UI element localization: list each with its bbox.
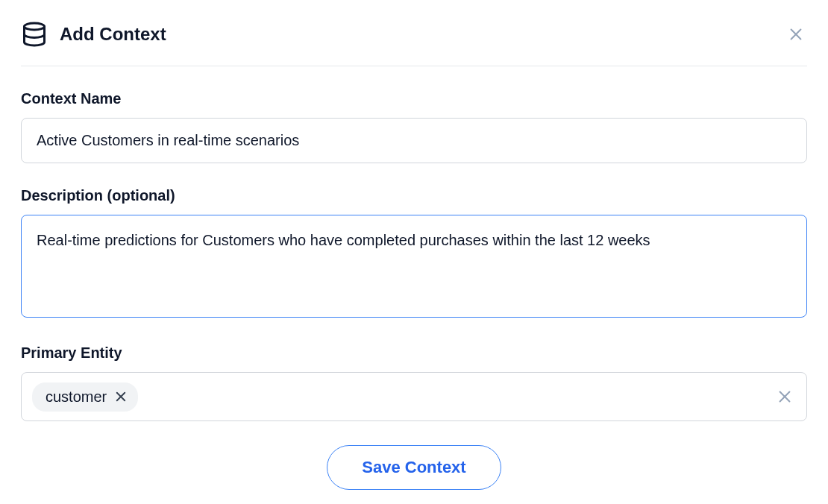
- entity-chip-label: customer: [46, 388, 107, 406]
- header-left: Add Context: [21, 21, 166, 48]
- modal-title: Add Context: [60, 24, 166, 45]
- context-name-input[interactable]: [21, 118, 807, 163]
- entity-clear-button[interactable]: [774, 385, 796, 408]
- context-name-field: Context Name: [21, 90, 807, 163]
- add-context-modal: Add Context Context Name Description (op…: [0, 0, 828, 490]
- modal-footer: Save Context: [21, 445, 807, 490]
- primary-entity-input[interactable]: customer: [21, 372, 807, 421]
- primary-entity-field: Primary Entity customer: [21, 344, 807, 421]
- description-label: Description (optional): [21, 187, 807, 204]
- database-icon: [21, 21, 48, 48]
- entity-chip: customer: [32, 382, 138, 412]
- description-field: Description (optional): [21, 187, 807, 321]
- description-input[interactable]: [21, 215, 807, 318]
- save-context-button[interactable]: Save Context: [327, 445, 501, 490]
- primary-entity-label: Primary Entity: [21, 344, 807, 362]
- context-name-label: Context Name: [21, 90, 807, 107]
- modal-header: Add Context: [21, 21, 807, 66]
- svg-point-0: [25, 23, 45, 30]
- chip-remove-button[interactable]: [114, 390, 128, 403]
- close-button[interactable]: [785, 23, 807, 45]
